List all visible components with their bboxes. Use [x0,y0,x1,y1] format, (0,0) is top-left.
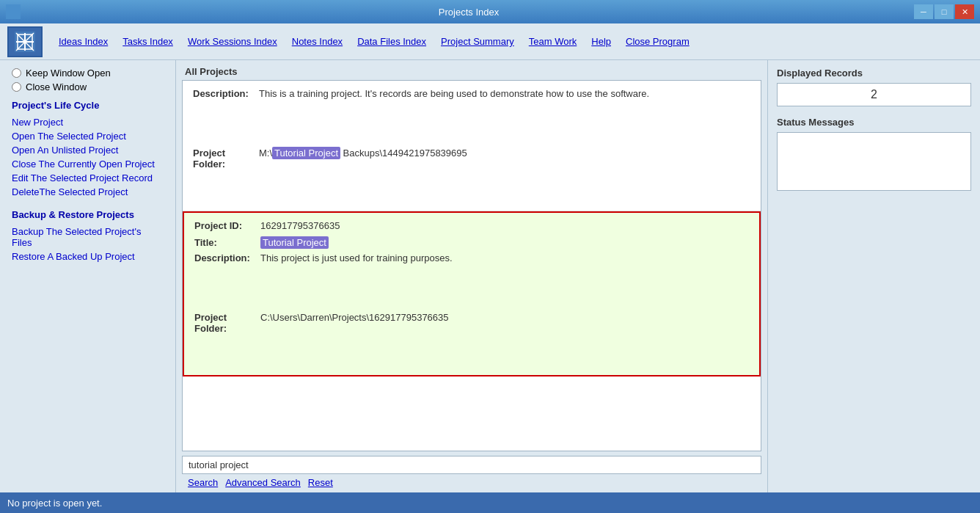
projects-list[interactable]: Description: This is a training project.… [182,80,761,451]
displayed-records-section: Displayed Records 2 [777,68,971,106]
advanced-search-link[interactable]: Advanced Search [225,477,301,488]
project2-title-value: Tutorial Project [260,237,749,248]
menu-project-summary[interactable]: Project Summary [434,32,522,51]
menu-bar: Ideas Index Tasks Index Work Sessions In… [0,23,980,60]
search-input[interactable] [182,456,761,474]
status-messages-title: Status Messages [777,117,971,128]
project2-description-label: Description: [194,252,260,263]
project2-description-value: This project is just used for training p… [260,252,749,263]
project1-description-value: This is a training project. It's records… [259,88,750,99]
close-open-project-link[interactable]: Close The Currently Open Project [12,157,164,171]
project1-description-label: Description: [193,88,259,99]
main-content: Keep Window Open Close Window Project's … [0,60,980,492]
window-title: Projects Index [23,7,914,18]
menu-close-program[interactable]: Close Program [618,32,697,51]
close-window-option[interactable]: Close Window [12,81,164,92]
keep-window-open-label: Keep Window Open [26,68,111,79]
search-bar-container: Search Advanced Search Reset [176,451,767,492]
project1-description-row: Description: This is a training project.… [193,88,750,99]
window-options: Keep Window Open Close Window [12,68,164,92]
backup-files-link[interactable]: Backup The Selected Project's Files [12,225,164,250]
close-window-radio[interactable] [12,82,21,92]
project1-folder-highlight: Tutorial Project [272,147,340,159]
status-messages-box [777,132,971,191]
project1-folder-value: M:\Tutorial Project Backups\144942197583… [259,148,750,159]
maximize-button[interactable]: □ [935,4,954,19]
project2-id-row: Project ID: 162917795376635 [194,220,749,231]
new-project-link[interactable]: New Project [12,115,164,129]
menu-tasks-index[interactable]: Tasks Index [115,32,180,51]
delete-selected-project-link[interactable]: DeleteThe Selected Project [12,185,164,199]
project1-folder-label: ProjectFolder: [193,148,259,170]
menu-work-sessions-index[interactable]: Work Sessions Index [180,32,285,51]
project2-folder-value: C:\Users\Darren\Projects\162917795376635 [260,312,749,323]
project-record-2[interactable]: Project ID: 162917795376635 Title: Tutor… [183,211,761,376]
close-window-label: Close Window [26,81,87,92]
project2-title-highlight: Tutorial Project [260,236,329,249]
right-panel: Displayed Records 2 Status Messages [767,60,980,492]
reset-link[interactable]: Reset [308,477,333,488]
menu-team-work[interactable]: Team Work [522,32,585,51]
app-logo [7,26,43,57]
project2-id-value: 162917795376635 [260,220,749,231]
status-bar: No project is open yet. [0,492,980,513]
project1-folder-row: ProjectFolder: M:\Tutorial Project Backu… [193,148,750,170]
app-icon [6,4,21,19]
open-selected-project-link[interactable]: Open The Selected Project [12,129,164,143]
search-link[interactable]: Search [188,477,218,488]
menu-ideas-index[interactable]: Ideas Index [51,32,115,51]
project2-folder-row: ProjectFolder: C:\Users\Darren\Projects\… [194,312,749,334]
backup-section: Backup & Restore Projects Backup The Sel… [12,209,164,263]
lifecycle-title: Project's Life Cycle [12,100,164,111]
center-content: All Projects Description: This is a trai… [176,60,767,492]
search-links: Search Advanced Search Reset [182,474,761,491]
displayed-records-value: 2 [777,83,971,106]
window-controls: ─ □ ✕ [914,4,974,19]
status-messages-section: Status Messages [777,117,971,191]
title-bar: Projects Index ─ □ ✕ [0,0,980,23]
project-record-1[interactable]: Description: This is a training project.… [183,81,761,211]
project2-title-label: Title: [194,237,260,248]
restore-project-link[interactable]: Restore A Backed Up Project [12,250,164,263]
sidebar: Keep Window Open Close Window Project's … [0,60,176,492]
displayed-records-title: Displayed Records [777,68,971,79]
minimize-button[interactable]: ─ [914,4,933,19]
keep-window-open-option[interactable]: Keep Window Open [12,68,164,79]
project2-id-label: Project ID: [194,220,260,231]
lifecycle-section: Project's Life Cycle New Project Open Th… [12,100,164,199]
project2-folder-label: ProjectFolder: [194,312,260,334]
status-message: No project is open yet. [7,498,102,509]
projects-header: All Projects [176,60,767,80]
menu-notes-index[interactable]: Notes Index [285,32,350,51]
menu-help[interactable]: Help [584,32,618,51]
open-unlisted-project-link[interactable]: Open An Unlisted Project [12,143,164,157]
project2-description-row: Description: This project is just used f… [194,252,749,263]
close-button[interactable]: ✕ [955,4,974,19]
keep-window-open-radio[interactable] [12,68,21,78]
project2-title-row: Title: Tutorial Project [194,237,749,248]
menu-data-files-index[interactable]: Data Files Index [350,32,434,51]
backup-title: Backup & Restore Projects [12,209,164,220]
edit-selected-project-link[interactable]: Edit The Selected Project Record [12,171,164,185]
